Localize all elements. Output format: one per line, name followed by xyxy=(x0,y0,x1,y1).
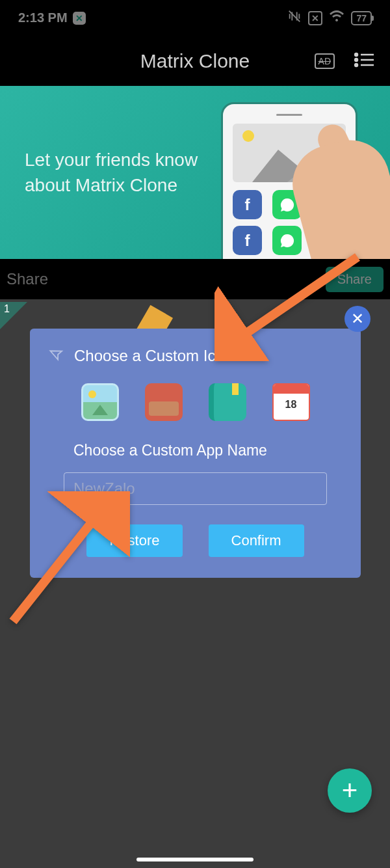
svg-point-3 xyxy=(355,59,358,61)
whatsapp-icon xyxy=(272,226,302,255)
share-button[interactable]: Share xyxy=(326,267,384,292)
status-time: 2:13 PM xyxy=(18,10,68,25)
modal-buttons: Restore Confirm xyxy=(51,524,340,557)
notebook-icon-option[interactable] xyxy=(209,383,246,421)
modal-title: Choose a Custom Icon xyxy=(74,347,233,365)
confirm-button[interactable]: Confirm xyxy=(209,524,304,557)
status-left: 2:13 PM ✕ xyxy=(18,10,86,25)
custom-icon-modal: Choose a Custom Icon 18 Choose a Custom … xyxy=(30,329,361,578)
svg-point-1 xyxy=(355,53,358,56)
ad-icon[interactable]: AD xyxy=(315,53,335,69)
gallery-icon-option[interactable] xyxy=(81,383,119,421)
app-title: Matrix Clone xyxy=(140,50,250,72)
icon-options: 18 xyxy=(51,383,340,421)
svg-line-0 xyxy=(289,11,300,22)
app-header: Matrix Clone AD xyxy=(0,36,390,86)
svg-point-5 xyxy=(355,64,358,66)
close-button[interactable]: ✕ xyxy=(344,306,370,332)
wallet-icon-option[interactable] xyxy=(145,383,183,421)
app-name-input[interactable] xyxy=(64,472,327,505)
modal-title-row: Choose a Custom Icon xyxy=(51,347,340,365)
banner-text: Let your friends know about Matrix Clone xyxy=(25,147,198,198)
cursor-icon xyxy=(48,345,68,367)
banner-line1: Let your friends know xyxy=(25,147,198,172)
calendar-number: 18 xyxy=(285,399,297,411)
share-bar: Share Share xyxy=(0,259,390,299)
add-fab[interactable]: + xyxy=(328,768,372,813)
battery-icon: 77 xyxy=(351,11,372,25)
status-bar: 2:13 PM ✕ ✕ 77 xyxy=(0,0,390,36)
wifi-icon xyxy=(329,8,344,27)
status-app-icon: ✕ xyxy=(73,12,86,25)
calendar-icon-option[interactable]: 18 xyxy=(272,383,310,421)
x-box-icon: ✕ xyxy=(308,11,322,25)
banner-line2: about Matrix Clone xyxy=(25,172,198,198)
facebook-icon: f xyxy=(233,226,262,255)
menu-icon[interactable] xyxy=(354,52,374,70)
share-label: Share xyxy=(6,270,48,288)
vibrate-icon xyxy=(287,9,302,27)
promo-banner[interactable]: Let your friends know about Matrix Clone… xyxy=(0,86,390,259)
home-indicator[interactable] xyxy=(136,858,254,861)
restore-button[interactable]: Restore xyxy=(86,524,182,557)
status-right: ✕ 77 xyxy=(287,8,372,27)
facebook-icon: f xyxy=(233,190,262,219)
name-label: Choose a Custom App Name xyxy=(73,442,340,459)
